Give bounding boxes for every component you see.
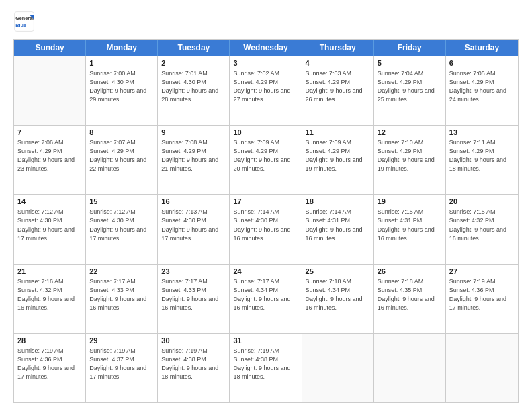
day-header-saturday: Saturday — [446, 40, 518, 56]
day-number: 19 — [378, 197, 442, 205]
calendar: SundayMondayTuesdayWednesdayThursdayFrid… — [13, 39, 519, 403]
day-info: Sunrise: 7:14 AM Sunset: 4:31 PM Dayligh… — [306, 208, 370, 242]
day-number: 30 — [161, 336, 226, 345]
cal-cell: 20Sunrise: 7:15 AM Sunset: 4:32 PM Dayli… — [446, 195, 518, 263]
cal-cell: 24Sunrise: 7:17 AM Sunset: 4:34 PM Dayli… — [230, 265, 302, 333]
day-number: 13 — [449, 128, 515, 136]
cal-cell: 5Sunrise: 7:04 AM Sunset: 4:29 PM Daylig… — [374, 56, 446, 125]
day-number: 7 — [17, 128, 82, 136]
week-row-3: 14Sunrise: 7:12 AM Sunset: 4:30 PM Dayli… — [14, 194, 518, 263]
cal-cell: 7Sunrise: 7:06 AM Sunset: 4:29 PM Daylig… — [14, 126, 86, 194]
day-info: Sunrise: 7:15 AM Sunset: 4:32 PM Dayligh… — [449, 208, 515, 242]
day-number: 31 — [233, 336, 298, 345]
cal-cell: 4Sunrise: 7:03 AM Sunset: 4:29 PM Daylig… — [302, 56, 374, 125]
day-info: Sunrise: 7:01 AM Sunset: 4:30 PM Dayligh… — [161, 69, 226, 104]
day-number: 8 — [89, 128, 154, 136]
day-number: 28 — [17, 336, 82, 345]
cal-cell: 27Sunrise: 7:19 AM Sunset: 4:36 PM Dayli… — [446, 265, 518, 333]
day-info: Sunrise: 7:02 AM Sunset: 4:29 PM Dayligh… — [233, 69, 298, 104]
day-info: Sunrise: 7:05 AM Sunset: 4:29 PM Dayligh… — [449, 69, 515, 104]
day-number: 6 — [449, 59, 515, 67]
day-info: Sunrise: 7:12 AM Sunset: 4:30 PM Dayligh… — [17, 208, 82, 242]
page: General Blue SundayMondayTuesdayWednesda… — [0, 0, 532, 411]
day-number: 9 — [161, 128, 226, 136]
day-header-friday: Friday — [374, 40, 446, 56]
day-number: 14 — [17, 197, 82, 205]
day-header-sunday: Sunday — [14, 40, 86, 56]
day-header-tuesday: Tuesday — [158, 40, 230, 56]
day-number: 29 — [89, 336, 154, 345]
cal-cell: 14Sunrise: 7:12 AM Sunset: 4:30 PM Dayli… — [14, 195, 86, 263]
day-header-thursday: Thursday — [302, 40, 374, 56]
week-row-4: 21Sunrise: 7:16 AM Sunset: 4:32 PM Dayli… — [14, 264, 518, 333]
cal-cell — [446, 334, 518, 402]
day-info: Sunrise: 7:08 AM Sunset: 4:29 PM Dayligh… — [161, 138, 226, 173]
week-row-2: 7Sunrise: 7:06 AM Sunset: 4:29 PM Daylig… — [14, 125, 518, 194]
day-number: 3 — [233, 59, 298, 67]
calendar-header: SundayMondayTuesdayWednesdayThursdayFrid… — [14, 40, 518, 56]
day-info: Sunrise: 7:19 AM Sunset: 4:36 PM Dayligh… — [449, 277, 515, 312]
day-info: Sunrise: 7:11 AM Sunset: 4:29 PM Dayligh… — [449, 138, 515, 173]
cal-cell: 8Sunrise: 7:07 AM Sunset: 4:29 PM Daylig… — [86, 126, 158, 194]
cal-cell: 30Sunrise: 7:19 AM Sunset: 4:38 PM Dayli… — [158, 334, 230, 402]
day-info: Sunrise: 7:19 AM Sunset: 4:36 PM Dayligh… — [17, 347, 82, 381]
day-number: 10 — [233, 128, 298, 136]
day-number: 11 — [306, 128, 370, 136]
day-number: 15 — [89, 197, 154, 205]
cal-cell: 6Sunrise: 7:05 AM Sunset: 4:29 PM Daylig… — [446, 56, 518, 125]
day-number: 16 — [161, 197, 226, 205]
day-info: Sunrise: 7:03 AM Sunset: 4:29 PM Dayligh… — [306, 69, 370, 104]
cal-cell: 15Sunrise: 7:12 AM Sunset: 4:30 PM Dayli… — [86, 195, 158, 263]
cal-cell: 31Sunrise: 7:19 AM Sunset: 4:38 PM Dayli… — [230, 334, 302, 402]
day-info: Sunrise: 7:10 AM Sunset: 4:29 PM Dayligh… — [378, 138, 442, 173]
day-info: Sunrise: 7:17 AM Sunset: 4:33 PM Dayligh… — [89, 277, 154, 312]
day-info: Sunrise: 7:19 AM Sunset: 4:38 PM Dayligh… — [161, 347, 226, 381]
cal-cell: 13Sunrise: 7:11 AM Sunset: 4:29 PM Dayli… — [446, 126, 518, 194]
day-info: Sunrise: 7:18 AM Sunset: 4:35 PM Dayligh… — [378, 277, 442, 312]
cal-cell: 26Sunrise: 7:18 AM Sunset: 4:35 PM Dayli… — [374, 265, 446, 333]
week-row-5: 28Sunrise: 7:19 AM Sunset: 4:36 PM Dayli… — [14, 333, 518, 402]
day-number: 20 — [449, 197, 515, 205]
calendar-body: 1Sunrise: 7:00 AM Sunset: 4:30 PM Daylig… — [14, 56, 518, 402]
header: General Blue — [13, 11, 519, 32]
cal-cell: 29Sunrise: 7:19 AM Sunset: 4:37 PM Dayli… — [86, 334, 158, 402]
cal-cell: 18Sunrise: 7:14 AM Sunset: 4:31 PM Dayli… — [302, 195, 374, 263]
day-info: Sunrise: 7:09 AM Sunset: 4:29 PM Dayligh… — [306, 138, 370, 173]
cal-cell: 17Sunrise: 7:14 AM Sunset: 4:30 PM Dayli… — [230, 195, 302, 263]
cal-cell: 10Sunrise: 7:09 AM Sunset: 4:29 PM Dayli… — [230, 126, 302, 194]
day-number: 25 — [306, 267, 370, 275]
cal-cell: 22Sunrise: 7:17 AM Sunset: 4:33 PM Dayli… — [86, 265, 158, 333]
day-info: Sunrise: 7:00 AM Sunset: 4:30 PM Dayligh… — [89, 69, 154, 104]
cal-cell — [374, 334, 446, 402]
day-info: Sunrise: 7:04 AM Sunset: 4:29 PM Dayligh… — [378, 69, 442, 104]
day-number: 1 — [89, 59, 154, 67]
cal-cell: 16Sunrise: 7:13 AM Sunset: 4:30 PM Dayli… — [158, 195, 230, 263]
logo: General Blue — [13, 11, 35, 32]
day-info: Sunrise: 7:14 AM Sunset: 4:30 PM Dayligh… — [233, 208, 298, 242]
day-info: Sunrise: 7:18 AM Sunset: 4:34 PM Dayligh… — [306, 277, 370, 312]
cal-cell: 9Sunrise: 7:08 AM Sunset: 4:29 PM Daylig… — [158, 126, 230, 194]
day-number: 2 — [161, 59, 226, 67]
cal-cell: 12Sunrise: 7:10 AM Sunset: 4:29 PM Dayli… — [374, 126, 446, 194]
svg-text:General: General — [15, 15, 34, 21]
cal-cell: 2Sunrise: 7:01 AM Sunset: 4:30 PM Daylig… — [158, 56, 230, 125]
day-number: 21 — [17, 267, 82, 275]
day-info: Sunrise: 7:15 AM Sunset: 4:31 PM Dayligh… — [378, 208, 442, 242]
day-number: 18 — [306, 197, 370, 205]
cal-cell: 28Sunrise: 7:19 AM Sunset: 4:36 PM Dayli… — [14, 334, 86, 402]
logo-icon: General Blue — [13, 11, 35, 32]
week-row-1: 1Sunrise: 7:00 AM Sunset: 4:30 PM Daylig… — [14, 56, 518, 125]
day-info: Sunrise: 7:09 AM Sunset: 4:29 PM Dayligh… — [233, 138, 298, 173]
day-info: Sunrise: 7:17 AM Sunset: 4:33 PM Dayligh… — [161, 277, 226, 312]
cal-cell: 3Sunrise: 7:02 AM Sunset: 4:29 PM Daylig… — [230, 56, 302, 125]
cal-cell — [302, 334, 374, 402]
day-info: Sunrise: 7:12 AM Sunset: 4:30 PM Dayligh… — [89, 208, 154, 242]
day-info: Sunrise: 7:16 AM Sunset: 4:32 PM Dayligh… — [17, 277, 82, 312]
cal-cell: 11Sunrise: 7:09 AM Sunset: 4:29 PM Dayli… — [302, 126, 374, 194]
day-info: Sunrise: 7:06 AM Sunset: 4:29 PM Dayligh… — [17, 138, 82, 173]
day-number: 17 — [233, 197, 298, 205]
day-number: 27 — [449, 267, 515, 275]
day-number: 4 — [306, 59, 370, 67]
day-header-monday: Monday — [86, 40, 158, 56]
day-number: 24 — [233, 267, 298, 275]
